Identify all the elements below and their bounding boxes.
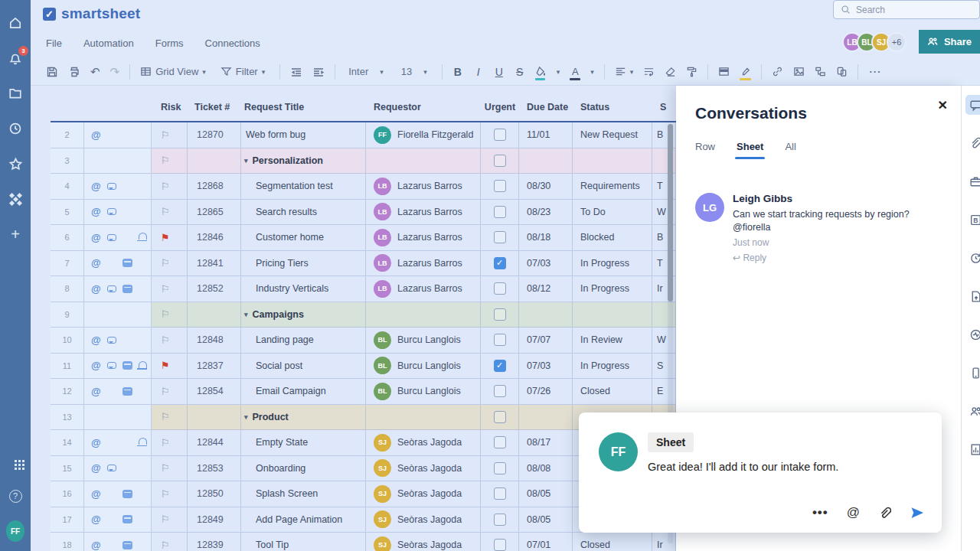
calendar-icon[interactable] — [122, 285, 132, 293]
collaborator-overflow-count[interactable]: +6 — [887, 32, 906, 52]
due-date-cell[interactable] — [519, 148, 573, 174]
sharing-icon[interactable] — [965, 401, 980, 421]
view-switcher[interactable]: Grid View ▾ — [140, 66, 206, 77]
global-search-input[interactable]: Search — [833, 0, 980, 19]
row-number[interactable]: 11 — [51, 354, 84, 380]
attachment-icon[interactable]: @ — [91, 232, 101, 243]
due-date-cell[interactable]: 08/23 — [519, 200, 573, 226]
solution-center-icon[interactable] — [6, 190, 24, 208]
column-header-status[interactable]: Status — [573, 102, 652, 112]
tab-all[interactable]: All — [785, 141, 795, 159]
composer-mention-icon[interactable]: @ — [847, 505, 860, 520]
ticket-cell[interactable]: 12854 — [188, 379, 241, 405]
ticket-cell[interactable]: 12852 — [188, 276, 241, 302]
column-header-urgent[interactable]: Urgent — [481, 102, 519, 112]
urgent-checkbox[interactable] — [494, 385, 506, 397]
attachment-icon[interactable]: @ — [91, 283, 101, 295]
due-date-cell[interactable]: 07/03 — [519, 354, 573, 380]
request-title-cell[interactable]: Industry Verticals — [241, 276, 366, 302]
filter-control[interactable]: Filter ▾ — [220, 66, 265, 77]
bold-button[interactable]: B — [452, 66, 463, 78]
font-family-select[interactable]: Inter ▾ — [348, 66, 384, 77]
risk-cell[interactable]: ⚐ — [152, 251, 188, 277]
comment-icon[interactable] — [107, 183, 116, 190]
status-cell[interactable]: Requirements — [573, 174, 652, 200]
reply-button[interactable]: ↩ Reply — [733, 253, 910, 263]
create-plus-icon[interactable]: + — [6, 225, 24, 243]
request-title-cell[interactable]: Customer home — [241, 225, 366, 251]
row-number[interactable]: 9 — [51, 302, 84, 328]
request-title-cell[interactable]: Search results — [241, 200, 366, 226]
urgent-checkbox[interactable] — [494, 514, 506, 526]
risk-cell[interactable]: ⚐ — [152, 122, 188, 148]
proofs-icon[interactable] — [965, 171, 980, 191]
column-header-due[interactable]: Due Date — [519, 102, 573, 112]
recents-clock-icon[interactable] — [6, 119, 24, 138]
menu-connections[interactable]: Connections — [205, 37, 260, 49]
requestor-cell[interactable]: BLBurcu Langlois — [366, 328, 481, 354]
comment-icon[interactable] — [107, 362, 116, 369]
ticket-cell[interactable]: 12837 — [188, 354, 241, 380]
indent-icon[interactable] — [312, 66, 325, 78]
attachment-icon[interactable]: @ — [91, 257, 101, 269]
requestor-cell[interactable]: SJSeòras Jagoda — [366, 507, 481, 533]
comment-icon[interactable] — [107, 208, 116, 215]
more-options-icon[interactable]: ⋯ — [868, 64, 880, 79]
hyperlink-icon[interactable] — [772, 66, 783, 77]
requestor-cell[interactable] — [366, 405, 481, 431]
due-date-cell[interactable]: 08/05 — [519, 507, 573, 533]
risk-cell[interactable]: ⚑ — [152, 225, 188, 251]
row-number[interactable]: 12 — [51, 379, 84, 405]
urgent-checkbox[interactable] — [494, 129, 506, 141]
outdent-icon[interactable] — [290, 66, 302, 78]
ticket-cell[interactable]: 12853 — [188, 456, 241, 482]
status-cell[interactable]: In Progress — [573, 354, 652, 380]
requestor-cell[interactable] — [366, 148, 481, 174]
status-cell[interactable]: In Progress — [573, 251, 652, 277]
ticket-cell[interactable]: 12841 — [188, 251, 241, 277]
risk-cell[interactable]: ⚑ — [152, 354, 188, 380]
attachment-icon[interactable]: @ — [91, 206, 101, 217]
comment-icon[interactable] — [107, 337, 116, 344]
requestor-cell[interactable]: LBLazarus Barros — [366, 276, 481, 302]
menu-forms[interactable]: Forms — [155, 37, 184, 49]
risk-cell[interactable]: ⚐ — [152, 533, 188, 551]
urgent-checkbox[interactable]: ✓ — [494, 257, 506, 269]
urgent-checkbox[interactable]: ✓ — [494, 360, 506, 372]
due-date-cell[interactable]: 08/08 — [519, 456, 573, 482]
tab-row[interactable]: Row — [695, 141, 715, 159]
attachment-icon[interactable]: @ — [91, 437, 101, 448]
ticket-cell[interactable] — [188, 302, 241, 328]
fill-color-button[interactable] — [535, 66, 547, 77]
summary-icon[interactable] — [965, 439, 980, 459]
urgent-checkbox[interactable] — [494, 282, 506, 295]
row-number[interactable]: 15 — [51, 456, 84, 482]
ticket-cell[interactable]: 12846 — [188, 225, 241, 251]
highlight-changes-icon[interactable] — [740, 66, 751, 77]
flag-icon[interactable]: ⚐ — [161, 437, 170, 448]
menu-file[interactable]: File — [46, 37, 62, 49]
ticket-cell[interactable]: 12844 — [188, 430, 241, 456]
requestor-cell[interactable]: SJSeòras Jagoda — [366, 533, 481, 551]
smartsheet-logo[interactable]: ✓ smartsheet — [43, 5, 140, 22]
status-cell[interactable]: Closed — [573, 379, 652, 405]
risk-cell[interactable]: ⚐ — [152, 328, 188, 354]
risk-cell[interactable]: ⚐ — [152, 200, 188, 226]
attachment-icon[interactable]: @ — [91, 129, 101, 141]
due-date-cell[interactable]: 08/12 — [519, 276, 573, 302]
request-title-cell[interactable]: ▾Product — [241, 405, 366, 431]
due-date-cell[interactable]: 11/01 — [519, 122, 573, 148]
row-number[interactable]: 17 — [51, 507, 84, 533]
due-date-cell[interactable] — [519, 405, 573, 431]
request-title-cell[interactable]: Email Campaign — [241, 379, 366, 405]
flag-icon[interactable]: ⚐ — [161, 540, 170, 551]
red-flag-icon[interactable]: ⚑ — [161, 360, 170, 371]
request-title-cell[interactable]: Tool Tip — [241, 533, 366, 551]
urgent-checkbox[interactable] — [494, 180, 506, 192]
mobile-icon[interactable] — [965, 363, 980, 383]
flag-icon[interactable]: ⚐ — [161, 206, 170, 217]
underline-button[interactable]: U — [494, 66, 505, 78]
risk-cell[interactable]: ⚐ — [152, 302, 188, 328]
flag-icon[interactable]: ⚐ — [161, 462, 170, 474]
calendar-icon[interactable] — [122, 387, 132, 396]
